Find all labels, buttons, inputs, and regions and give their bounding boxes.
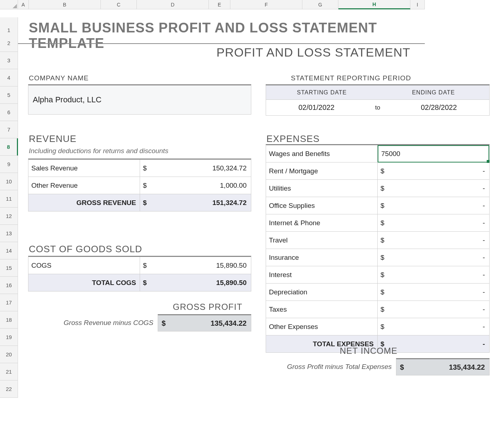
row-header-15[interactable]: 15 <box>0 259 18 277</box>
row-header-10[interactable]: 10 <box>0 173 18 190</box>
row-header-21[interactable]: 21 <box>0 363 18 380</box>
expenses-table: Wages and Benefits 75000 Rent / Mortgage… <box>266 144 490 353</box>
currency-symbol: $ <box>140 262 153 270</box>
col-header-F[interactable]: F <box>230 0 302 9</box>
period-to-label: to <box>367 104 388 111</box>
currency-symbol: $ <box>140 279 153 287</box>
expense-row[interactable]: Depreciation $ - <box>266 284 489 301</box>
expense-row-value: - <box>391 254 489 262</box>
expense-row[interactable]: Office Supplies $ - <box>266 197 489 214</box>
gross-profit-row: Gross Revenue minus COGS $ 135,434.22 <box>28 314 251 331</box>
row-header-18[interactable]: 18 <box>0 311 18 329</box>
col-header-A[interactable]: A <box>18 0 29 9</box>
col-header-H[interactable]: H <box>338 0 410 9</box>
row-header-3[interactable]: 3 <box>0 52 18 69</box>
expense-row[interactable]: Utilities $ - <box>266 180 489 197</box>
row-header-7[interactable]: 7 <box>0 121 18 138</box>
gross-profit-title: GROSS PROFIT <box>173 302 242 312</box>
currency-symbol: $ <box>378 323 391 331</box>
revenue-section-title: REVENUE <box>29 133 77 144</box>
ending-date-cell[interactable]: 02/28/2022 <box>388 103 489 112</box>
row-header-19[interactable]: 19 <box>0 329 18 346</box>
expense-row[interactable]: Taxes $ - <box>266 301 489 318</box>
currency-symbol: $ <box>140 199 153 207</box>
currency-symbol: $ <box>396 363 409 371</box>
row-header-14[interactable]: 14 <box>0 242 18 259</box>
row-header-12[interactable]: 12 <box>0 208 18 225</box>
expense-row-value: - <box>391 288 489 296</box>
expense-row-value: - <box>391 306 489 313</box>
cogs-row-value: 15,890.50 <box>153 262 251 270</box>
company-name-label: COMPANY NAME <box>29 74 89 82</box>
col-header-C[interactable]: C <box>101 0 137 9</box>
starting-date-cell[interactable]: 02/01/2022 <box>266 103 367 112</box>
col-header-E[interactable]: E <box>209 0 230 9</box>
expense-row[interactable]: Rent / Mortgage $ - <box>266 162 489 180</box>
row-header-6[interactable]: 6 <box>0 104 18 121</box>
row-header-22[interactable]: 22 <box>0 380 18 398</box>
gross-profit-cell[interactable]: $ 135,434.22 <box>158 314 251 331</box>
row-header-17[interactable]: 17 <box>0 294 18 311</box>
expense-row[interactable]: Insurance $ - <box>266 249 489 266</box>
revenue-row[interactable]: Sales Revenue $ 150,324.72 <box>28 160 251 177</box>
currency-symbol: $ <box>378 236 391 244</box>
revenue-table: Sales Revenue $ 150,324.72 Other Revenue… <box>28 159 251 212</box>
row-header-20[interactable]: 20 <box>0 346 18 363</box>
row-header-4[interactable]: 4 <box>0 69 18 86</box>
col-header-I[interactable]: I <box>410 0 425 9</box>
net-income-row: Gross Profit minus Total Expenses $ 135,… <box>266 358 490 375</box>
net-income-title: NET INCOME <box>340 346 397 356</box>
expense-row[interactable]: Internet & Phone $ - <box>266 214 489 232</box>
net-income-cell[interactable]: $ 135,434.22 <box>396 358 490 375</box>
revenue-row-value: 1,000.00 <box>153 182 251 190</box>
net-income-note: Gross Profit minus Total Expenses <box>266 363 396 371</box>
currency-symbol: $ <box>378 167 391 175</box>
expenses-section-title: EXPENSES <box>266 133 320 144</box>
company-name-cell[interactable]: Alpha Product, LLC <box>28 84 251 115</box>
reporting-period-box: STARTING DATE ENDING DATE 02/01/2022 to … <box>266 84 490 116</box>
gross-profit-note: Gross Revenue minus COGS <box>28 319 158 327</box>
currency-symbol: $ <box>378 184 391 192</box>
row-header-13[interactable]: 13 <box>0 225 18 242</box>
expense-row-value: - <box>391 236 489 244</box>
row-header-8[interactable]: 8 <box>0 138 18 156</box>
sheet-content[interactable]: SMALL BUSINESS PROFIT AND LOSS STATEMENT… <box>18 17 425 398</box>
expense-row-label: Office Supplies <box>266 197 378 214</box>
expense-row-value: - <box>391 323 489 331</box>
ending-date-label: ENDING DATE <box>378 85 489 99</box>
net-income-value: 135,434.22 <box>409 363 489 371</box>
active-cell-value: 75000 <box>381 150 400 158</box>
row-header-5[interactable]: 5 <box>0 86 18 104</box>
select-all-corner[interactable] <box>0 0 18 9</box>
expense-row[interactable]: Interest $ - <box>266 266 489 284</box>
expense-row[interactable]: Wages and Benefits 75000 <box>266 145 489 162</box>
active-cell[interactable]: 75000 <box>378 145 489 162</box>
col-header-D[interactable]: D <box>137 0 209 9</box>
cogs-row[interactable]: COGS $ 15,890.50 <box>28 257 251 274</box>
cogs-section-title: COST OF GOODS SOLD <box>29 244 142 255</box>
col-header-G[interactable]: G <box>302 0 338 9</box>
row-header-11[interactable]: 11 <box>0 190 18 208</box>
row-header-9[interactable]: 9 <box>0 156 18 173</box>
currency-symbol: $ <box>378 271 391 279</box>
expense-row-label: Other Expenses <box>266 318 378 335</box>
expense-row-label: Depreciation <box>266 284 378 300</box>
gross-profit-value: 135,434.22 <box>171 319 251 328</box>
gross-revenue-row[interactable]: GROSS REVENUE $ 151,324.72 <box>28 194 251 212</box>
expense-row-label: Insurance <box>266 249 378 266</box>
revenue-row[interactable]: Other Revenue $ 1,000.00 <box>28 177 251 194</box>
col-header-B[interactable]: B <box>29 0 101 9</box>
gross-revenue-label: GROSS REVENUE <box>28 194 140 211</box>
total-expenses-value: - <box>391 340 489 348</box>
row-header-16[interactable]: 16 <box>0 277 18 294</box>
cogs-row-label: COGS <box>28 257 140 274</box>
row-header-2[interactable]: 2 <box>0 35 18 52</box>
expense-row-value: - <box>391 184 489 192</box>
expense-row[interactable]: Travel $ - <box>266 232 489 249</box>
currency-symbol: $ <box>378 202 391 210</box>
expense-row-label: Wages and Benefits <box>266 145 378 162</box>
total-cogs-row[interactable]: TOTAL COGS $ 15,890.50 <box>28 274 251 291</box>
currency-symbol: $ <box>378 288 391 296</box>
expense-row[interactable]: Other Expenses $ - <box>266 318 489 335</box>
currency-symbol: $ <box>140 182 153 190</box>
